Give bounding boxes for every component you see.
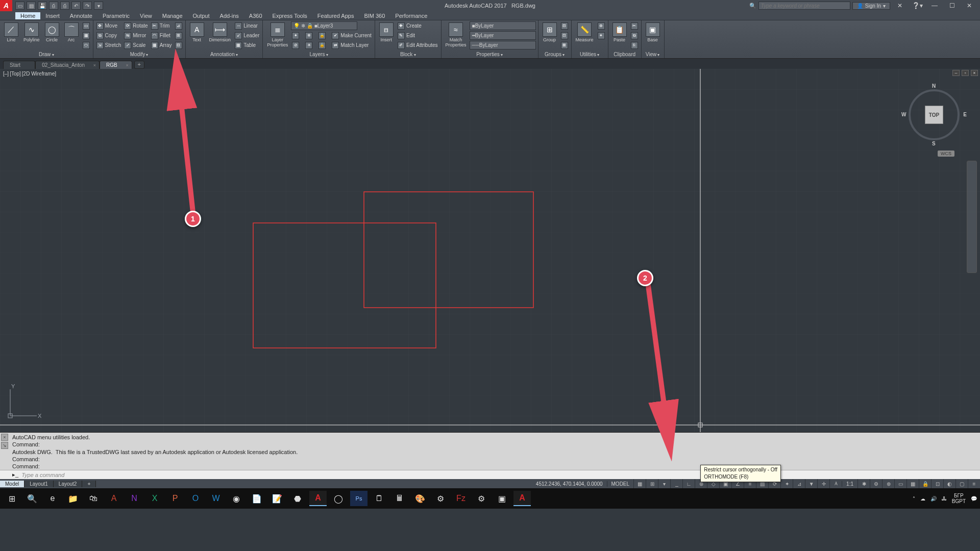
close-button[interactable]: ✕ [962,1,977,10]
modify-ext2-icon[interactable]: ⊞ [174,31,183,40]
task-file-icon[interactable]: 📄 [248,491,265,506]
tab-performance[interactable]: Performance [390,12,432,19]
layer-dropdown[interactable]: 💡 ❄ 🔒 ■ Layer3 [291,21,357,30]
units-toggle[interactable]: ▭ [894,479,906,488]
layout-tab-model[interactable]: Model [0,481,24,487]
tab-bim360[interactable]: BIM 360 [359,12,390,19]
qat-save-icon[interactable]: 💾 [38,2,47,10]
iso-objects-toggle[interactable]: ⊡ [931,479,943,488]
filter-toggle[interactable]: ▼ [805,479,817,488]
tab-output[interactable]: Output [188,12,215,19]
command-window[interactable]: × ↘ AutoCAD menu utilities loaded. Comma… [0,432,980,479]
layer-lock-icon[interactable]: 🔒 [317,31,327,40]
keyword-search-input[interactable] [758,2,850,10]
task-calc-icon[interactable]: 🖩 [391,491,408,506]
cut-icon[interactable]: ✂ [630,21,639,30]
task-word-icon[interactable]: W [207,491,225,506]
array-button[interactable]: ▦Array [150,41,173,49]
task-autocad2-icon[interactable]: A [513,491,531,506]
minimize-button[interactable]: — [927,1,942,10]
qat-undo-icon[interactable]: ↶ [71,2,81,10]
task-access-icon[interactable]: A [105,491,122,506]
layer-off-icon[interactable]: ⊘ [291,41,300,49]
copy-clip-icon[interactable]: ⧉ [630,31,639,40]
polyline-button[interactable]: ∿Polyline [21,21,42,44]
qat-plot-icon[interactable]: ⎙ [60,2,69,10]
tab-manage[interactable]: Manage [157,12,188,19]
panel-properties-title[interactable]: Properties [444,51,536,58]
tab-featured-apps[interactable]: Featured Apps [312,12,359,19]
layer-freeze-icon[interactable]: ❄ [304,31,313,40]
task-excel-icon[interactable]: X [146,491,163,506]
util1-icon[interactable]: ⊕ [597,21,606,30]
draw-rect-icon[interactable]: ▭ [82,21,91,30]
circle-button[interactable]: ◯Circle [43,21,61,44]
trim-button[interactable]: ✂Trim [150,21,173,30]
navigation-bar[interactable] [967,161,977,273]
task-notes-icon[interactable]: 🗒 [371,491,388,506]
copy-button[interactable]: ⧉Copy [95,31,122,40]
qp-toggle[interactable]: ▦ [906,479,919,488]
infer-toggle[interactable]: ▾ [658,479,670,488]
edit-block-button[interactable]: ✎Edit [397,31,439,40]
tray-onedrive-icon[interactable]: ☁ [920,496,925,502]
doc-tab-1[interactable]: 02_Situacia_Anton× [35,61,100,69]
color-dropdown[interactable]: ■ ByLayer [470,21,536,30]
hardware-toggle[interactable]: ◐ [943,479,955,488]
annovis-toggle[interactable]: ✱ [857,479,870,488]
start-button[interactable]: ⊞ [3,491,20,506]
maximize-button[interactable]: ☐ [944,1,960,10]
tab-express-tools[interactable]: Express Tools [267,12,312,19]
draw-ellipse-icon[interactable]: ⬭ [82,41,91,49]
3dosnap-toggle[interactable]: ✦ [780,479,793,488]
monitor-toggle[interactable]: ⊕ [882,479,894,488]
insert-block-button[interactable]: ⧈Insert [377,21,396,44]
base-view-button[interactable]: ▣Base [644,21,662,44]
gizmo-toggle[interactable]: ✛ [817,479,829,488]
tray-network-icon[interactable]: 🖧 [942,496,947,502]
group-edit-icon[interactable]: ⊡ [560,31,569,40]
task-app3-icon[interactable]: ▣ [493,491,510,506]
measure-button[interactable]: 📏Measure [574,21,596,44]
task-settings-icon[interactable]: ⚙ [473,491,490,506]
modify-ext3-icon[interactable]: ⊟ [174,41,183,49]
fillet-button[interactable]: ◠Fillet [150,31,173,40]
tab-addins[interactable]: Add-ins [215,12,244,19]
doc-tab-start[interactable]: Start [3,61,35,69]
linear-button[interactable]: ↔Linear [234,21,260,30]
text-button[interactable]: AText [188,21,206,44]
qat-open-icon[interactable]: ▤ [27,2,36,10]
lineweight-dropdown[interactable]: ━ ByLayer [470,31,536,40]
qat-redo-icon[interactable]: ↷ [83,2,92,10]
add-tab-button[interactable]: + [134,61,144,69]
tray-language[interactable]: БГРBGPT [952,493,966,504]
util2-icon[interactable]: ✦ [597,31,606,40]
draw-hatch-icon[interactable]: ▦ [82,31,91,40]
panel-annotation-title[interactable]: Annotation [188,51,261,58]
panel-draw-title[interactable]: Draw [2,51,91,58]
dynucs-toggle[interactable]: ⊿ [793,479,805,488]
tab-parametric[interactable]: Parametric [97,12,135,19]
task-app1-icon[interactable]: ⬣ [289,491,306,506]
task-filezilla-icon[interactable]: Fz [452,491,470,506]
add-layout-button[interactable]: + [82,481,96,487]
move-button[interactable]: ✥Move [95,21,122,30]
layer-unlock-icon[interactable]: 🔓 [317,41,327,49]
paste-button[interactable]: 📋Paste [610,21,629,44]
scale-ratio[interactable]: 1:1 [842,481,857,487]
dyn-input-toggle[interactable]: ⎯ [670,479,682,488]
match-layer-button[interactable]: ⇄Match Layer [331,41,370,49]
qat-saveas-icon[interactable]: ⎙ [49,2,58,10]
tab-view[interactable]: View [135,12,157,19]
clean-screen-toggle[interactable]: ▢ [955,479,968,488]
help-icon[interactable]: ❔▾ [910,1,925,10]
tab-annotate[interactable]: Annotate [65,12,97,19]
scale-button[interactable]: ⤢Scale [123,41,149,49]
exchange-icon[interactable]: ✕ [892,1,908,10]
layer-thaw-icon[interactable]: ☀ [304,41,313,49]
layout-tab-2[interactable]: Layout2 [54,481,83,487]
ortho-toggle[interactable]: ∟ [682,479,695,488]
signin-button[interactable]: 👤 Sign In▾ [852,2,890,10]
qat-new-icon[interactable]: ▭ [15,2,24,10]
app-logo[interactable]: A [0,0,12,11]
